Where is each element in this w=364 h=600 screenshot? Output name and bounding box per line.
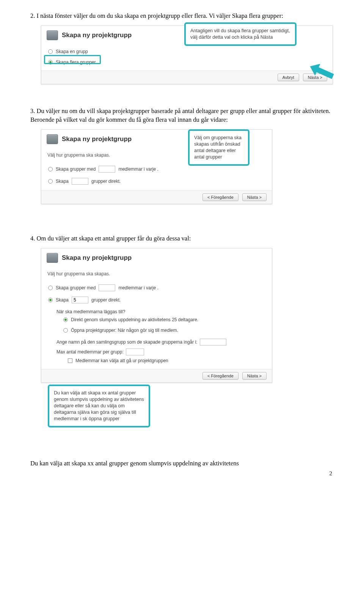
option-members-can-leave[interactable]: Medlemmar kan välja att gå ur projektgru…: [47, 355, 267, 366]
callout: Antagligen vill du skapa flera grupper s…: [184, 22, 297, 46]
radio-icon: [63, 328, 68, 333]
projectgroup-icon: [47, 30, 58, 40]
option-label: Öppna projektgrupper: När någon gör sig …: [71, 328, 178, 333]
paragraph-4: 4. Om du väljer att skapa ett antal grup…: [30, 234, 334, 243]
panel-help: Välj hur grupperna ska skapas.: [47, 271, 267, 276]
option-groups-direct[interactable]: Skapa grupper direkt.: [47, 175, 267, 187]
callout: Du kan välja att skapa xx antal grupper …: [48, 385, 150, 427]
groups-input[interactable]: [72, 297, 88, 303]
label-part: medlemmar i varje .: [118, 285, 158, 291]
radio-icon: [48, 286, 53, 290]
option-add-direct[interactable]: Direkt genom slumpvis uppdelning av akti…: [47, 314, 267, 325]
label-text: Max antal medlemmar per grupp:: [56, 349, 124, 355]
highlight-box: [44, 55, 101, 64]
panel-header: Skapa ny projektgrupp: [41, 248, 272, 265]
cancel-button[interactable]: Avbryt: [278, 74, 299, 81]
label-part: Skapa grupper med: [56, 285, 96, 291]
panel-title: Skapa ny projektgrupp: [62, 254, 132, 262]
max-members-input[interactable]: [126, 349, 144, 355]
panel-title: Skapa ny projektgrupp: [62, 135, 132, 143]
radio-icon: [63, 317, 68, 322]
screenshot-3: Skapa ny projektgrupp Välj hur grupperna…: [41, 248, 334, 445]
radio-icon: [48, 179, 53, 184]
option-label: Medlemmar kan välja att gå ur projektgru…: [75, 358, 168, 363]
next-button[interactable]: Nästa >: [242, 372, 267, 380]
paragraph-trailing: Du kan välja att skapa xx antal grupper …: [30, 459, 334, 468]
label-part: grupper direkt.: [91, 179, 121, 184]
label-part: Skapa: [56, 297, 69, 303]
panel-title: Skapa ny projektgrupp: [62, 31, 132, 39]
radio-icon: [48, 167, 53, 171]
next-button[interactable]: Nästa >: [242, 193, 267, 201]
option-label: Skapa en grupp: [56, 49, 88, 54]
button-bar: Avbryt Nästa >: [41, 71, 333, 84]
when-question: När ska medlemmarna läggas till?: [47, 309, 267, 314]
label-part: Skapa: [56, 179, 69, 184]
page-number: 2: [329, 470, 333, 477]
paragraph-text: I nästa fönster väljer du om du ska skap…: [37, 12, 283, 19]
button-bar: < Föregående Nästa >: [41, 190, 272, 204]
collection-name-label: Ange namn på den samlingsgrupp som de sk…: [47, 339, 267, 346]
callout-text: Du kan välja att skapa xx antal grupper …: [54, 390, 144, 421]
button-bar: < Föregående Nästa >: [41, 369, 272, 382]
option-label: Direkt genom slumpvis uppdelning av akti…: [71, 317, 198, 322]
callout-text: Välj om grupperna ska skapas utifrån öns…: [194, 135, 242, 160]
callout-text: Antagligen vill du skapa flera grupper s…: [190, 28, 290, 40]
screenshot-2: Skapa ny projektgrupp Välj hur grupperna…: [41, 129, 334, 220]
screenshot-1: Skapa ny projektgrupp Skapa en grupp Ska…: [41, 25, 334, 93]
list-number: 2.: [30, 12, 35, 19]
label-part: medlemmar i varje .: [118, 166, 158, 172]
paragraph-text: Om du väljer att skapa ett antal grupper…: [37, 235, 191, 242]
max-members-label: Max antal medlemmar per grupp:: [47, 349, 267, 355]
members-input[interactable]: [99, 166, 115, 173]
paragraph-text: Du kan välja att skapa xx antal grupper …: [30, 460, 239, 467]
members-input[interactable]: [99, 284, 115, 291]
list-number: 3.: [30, 107, 35, 115]
groups-input[interactable]: [72, 178, 88, 185]
radio-icon: [48, 298, 53, 302]
option-groups-direct[interactable]: Skapa grupper direkt.: [47, 294, 267, 306]
collection-name-input[interactable]: [200, 339, 226, 346]
radio-icon: [48, 49, 53, 54]
option-members-per-group[interactable]: Skapa grupper med medlemmar i varje .: [47, 282, 267, 294]
checkbox-icon: [68, 358, 72, 363]
prev-button[interactable]: < Föregående: [202, 193, 238, 201]
label-part: grupper direkt.: [91, 297, 121, 303]
list-number: 4.: [30, 235, 35, 242]
projectgroup-icon: [47, 253, 58, 263]
option-open-groups[interactable]: Öppna projektgrupper: När någon gör sig …: [47, 325, 267, 336]
paragraph-text: Du väljer nu om du vill skapa projektgru…: [30, 107, 330, 123]
label-part: Skapa grupper med: [56, 166, 96, 172]
callout: Välj om grupperna ska skapas utifrån öns…: [188, 129, 249, 166]
label-text: Ange namn på den samlingsgrupp som de sk…: [56, 339, 198, 345]
prev-button[interactable]: < Föregående: [202, 372, 238, 380]
paragraph-2: 2. I nästa fönster väljer du om du ska s…: [30, 11, 334, 20]
paragraph-3: 3. Du väljer nu om du vill skapa projekt…: [30, 107, 334, 124]
projectgroup-icon: [47, 134, 58, 144]
